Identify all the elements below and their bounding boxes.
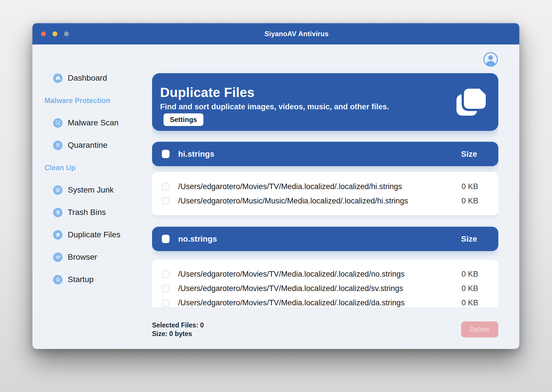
file-row: /Users/edgarotero/Movies/TV/Media.locali… <box>162 281 478 296</box>
group-header-no-strings: no.strings Size <box>152 227 498 251</box>
sidebar-item-startup[interactable]: Startup <box>32 268 152 291</box>
home-icon <box>53 73 63 83</box>
selected-size: Size: 0 bytes <box>152 329 204 338</box>
sidebar-section-title: Malware Protection <box>44 96 110 105</box>
sidebar-item-label: Startup <box>68 275 94 284</box>
file-size: 0 KB <box>461 197 478 205</box>
duplicate-files-list-area: Duplicate Files Find and sort duplicate … <box>152 44 498 307</box>
group-header-hi-strings: hi.strings Size <box>152 142 498 166</box>
sidebar-item-label: Duplicate Files <box>68 230 120 239</box>
sidebar-item-system-junk[interactable]: System Junk <box>32 179 152 201</box>
file-path: /Users/edgarotero/Music/Music/Media.loca… <box>178 197 408 205</box>
minimize-button[interactable] <box>53 31 57 36</box>
close-button[interactable] <box>41 31 46 36</box>
size-column-header: Size <box>461 150 477 159</box>
size-column-header: Size <box>461 234 477 244</box>
monitor-icon <box>53 185 63 195</box>
file-size: 0 KB <box>461 182 478 191</box>
globe-icon <box>53 253 63 262</box>
page-title: Duplicate Files <box>160 85 498 100</box>
file-row: /Users/edgarotero/Movies/TV/Media.locali… <box>162 179 478 194</box>
sidebar-section-clean-up: Clean Up <box>32 156 152 179</box>
sidebar-item-duplicate-files[interactable]: Duplicate Files <box>32 224 152 246</box>
group-files-hi-strings: /Users/edgarotero/Movies/TV/Media.locali… <box>152 172 498 215</box>
file-size: 0 KB <box>461 284 478 293</box>
sidebar-item-label: Browser <box>68 253 97 262</box>
sidebar-section-malware-protection: Malware Protection <box>32 89 152 112</box>
sidebar-item-label: Quarantine <box>68 141 108 150</box>
sidebar-item-quarantine[interactable]: Quarantine <box>32 134 152 156</box>
zoom-button[interactable] <box>64 31 69 36</box>
group-select-checkbox[interactable] <box>162 235 170 243</box>
power-icon <box>53 275 63 284</box>
file-size: 0 KB <box>461 298 478 307</box>
app-window: SiyanoAV Antivirus Dashboard Malware Pro… <box>32 23 519 349</box>
sidebar: Dashboard Malware Protection Malware Sca… <box>32 44 152 349</box>
shield-scan-icon <box>53 141 63 150</box>
selection-footer: Selected Files: 0 Size: 0 bytes Delete <box>152 307 498 349</box>
file-path: /Users/edgarotero/Movies/TV/Media.locali… <box>178 182 402 191</box>
file-path: /Users/edgarotero/Movies/TV/Media.locali… <box>178 270 405 279</box>
file-checkbox[interactable] <box>162 299 170 307</box>
sidebar-item-malware-scan[interactable]: Malware Scan <box>32 112 152 134</box>
titlebar: SiyanoAV Antivirus <box>32 23 519 44</box>
file-checkbox[interactable] <box>162 285 170 292</box>
file-row: /Users/edgarotero/Movies/TV/Media.locali… <box>162 296 478 307</box>
settings-button[interactable]: Settings <box>164 113 203 126</box>
file-checkbox[interactable] <box>162 183 170 191</box>
group-name: no.strings <box>178 234 217 244</box>
sidebar-item-label: System Junk <box>68 185 114 195</box>
page-subtitle: Find and sort duplicate images, videos, … <box>160 102 498 111</box>
file-path: /Users/edgarotero/Movies/TV/Media.locali… <box>178 298 405 307</box>
user-avatar-icon[interactable] <box>483 52 498 67</box>
scan-icon <box>53 118 63 128</box>
group-select-checkbox[interactable] <box>162 150 170 158</box>
content: Dashboard Malware Protection Malware Sca… <box>32 44 519 349</box>
traffic-lights <box>41 31 69 36</box>
group-name: hi.strings <box>178 150 214 159</box>
window-title: SiyanoAV Antivirus <box>265 30 329 38</box>
file-checkbox[interactable] <box>162 270 170 278</box>
group-files-no-strings: /Users/edgarotero/Movies/TV/Media.locali… <box>152 260 498 307</box>
sidebar-item-label: Malware Scan <box>68 118 118 127</box>
copy-icon <box>53 230 63 240</box>
sidebar-item-browser[interactable]: Browser <box>32 246 152 268</box>
sidebar-item-trash-bins[interactable]: Trash Bins <box>32 201 152 224</box>
sidebar-item-label: Dashboard <box>68 73 107 83</box>
sidebar-item-dashboard[interactable]: Dashboard <box>32 67 152 89</box>
file-path: /Users/edgarotero/Movies/TV/Media.locali… <box>178 284 403 293</box>
selection-stats: Selected Files: 0 Size: 0 bytes <box>152 321 204 338</box>
file-size: 0 KB <box>461 270 478 279</box>
duplicate-files-icon <box>455 85 489 119</box>
file-row: /Users/edgarotero/Movies/TV/Media.locali… <box>162 267 478 281</box>
sidebar-item-label: Trash Bins <box>68 208 106 217</box>
file-checkbox[interactable] <box>162 197 170 205</box>
file-row: /Users/edgarotero/Music/Music/Media.loca… <box>162 194 478 208</box>
sidebar-section-title: Clean Up <box>44 164 75 172</box>
selected-files-count: Selected Files: 0 <box>152 321 204 329</box>
duplicate-files-header-card: Duplicate Files Find and sort duplicate … <box>152 73 498 131</box>
main-panel: Duplicate Files Find and sort duplicate … <box>152 44 519 349</box>
trash-icon <box>53 208 63 217</box>
delete-button[interactable]: Delete <box>461 321 498 337</box>
